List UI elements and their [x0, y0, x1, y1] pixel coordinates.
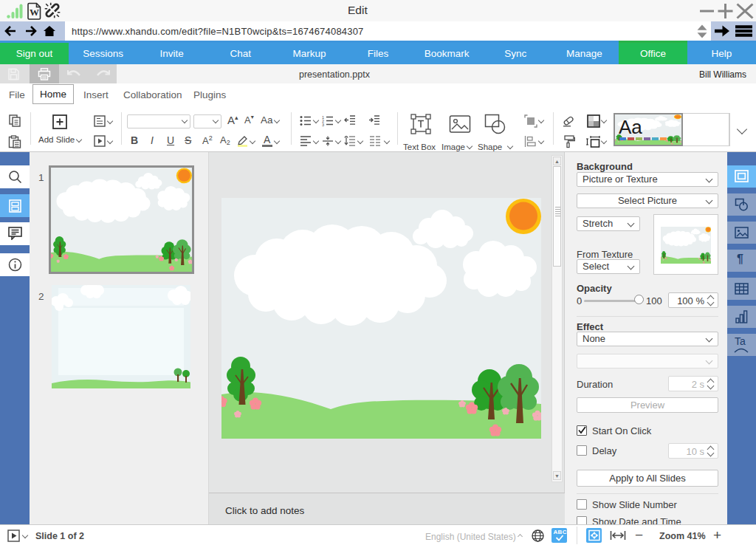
svg-text:W: W [30, 7, 39, 18]
svg-text:3: 3 [322, 123, 324, 126]
